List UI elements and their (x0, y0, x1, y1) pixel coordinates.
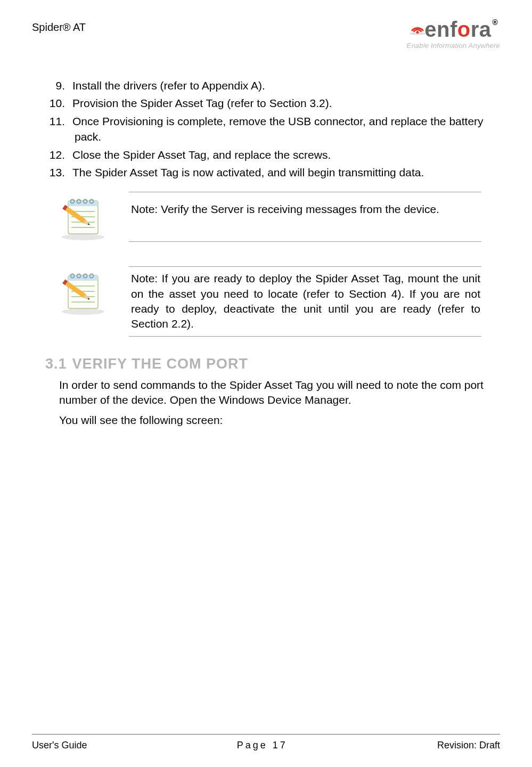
note-text: Note: Verify the Server is receiving mes… (129, 192, 481, 242)
product-name: Spider® AT (32, 19, 86, 34)
footer-left: User's Guide (32, 740, 87, 751)
brand-logo: enfora® Enable Information Anywhere (407, 19, 500, 50)
note-text: Note: If you are ready to deploy the Spi… (129, 267, 481, 336)
notepad-pencil-icon (56, 268, 110, 316)
svg-point-17 (62, 308, 104, 315)
list-item: 9.Install the drivers (refer to Appendix… (64, 78, 487, 93)
footer-right: Revision: Draft (437, 740, 500, 751)
page-header: Spider® AT enfora® Enable Information An… (32, 19, 500, 69)
page-footer: User's Guide Page 17 Revision: Draft (32, 734, 500, 751)
svg-point-2 (62, 234, 104, 240)
list-item: 10.Provision the Spider Asset Tag (refer… (64, 95, 487, 111)
wifi-signal-icon (408, 17, 427, 32)
logo-tagline: Enable Information Anywhere (407, 42, 500, 50)
body-paragraph: You will see the following screen: (59, 413, 487, 428)
list-item: 13.The Spider Asset Tag is now activated… (64, 165, 487, 180)
footer-center: Page 17 (237, 740, 288, 751)
numbered-steps: 9.Install the drivers (refer to Appendix… (45, 78, 487, 180)
section-heading: 3.1VERIFY THE COM PORT (45, 356, 487, 372)
logo-wordmark: enfora® (407, 19, 500, 40)
note-block-1: Note: Verify the Server is receiving mes… (56, 192, 481, 242)
notepad-pencil-icon (56, 193, 110, 241)
body-paragraph: In order to send commands to the Spider … (59, 378, 487, 408)
note-block-2: Note: If you are ready to deploy the Spi… (56, 266, 481, 336)
svg-point-1 (416, 31, 419, 34)
list-item: 11.Once Provisioning is complete, remove… (64, 113, 487, 145)
list-item: 12.Close the Spider Asset Tag, and repla… (64, 147, 487, 162)
